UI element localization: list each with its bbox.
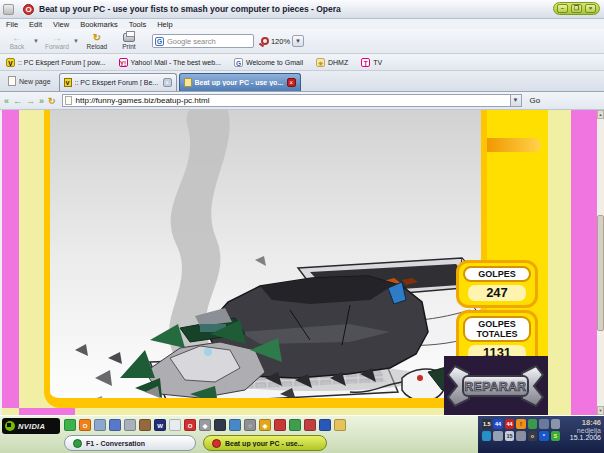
opera-quick-icon[interactable]: O — [184, 419, 196, 431]
menu-help[interactable]: Help — [157, 20, 172, 29]
clock-day: nedjelja — [559, 427, 601, 434]
bookmark-tv[interactable]: T TV — [361, 58, 382, 67]
notepad-icon[interactable] — [169, 419, 181, 431]
nvidia-logo[interactable]: NVIDIA — [2, 418, 60, 434]
badge-15-icon[interactable]: 1.5 — [482, 419, 491, 429]
dhmz-favicon: ☀ — [316, 58, 325, 67]
red-ball-icon[interactable] — [274, 419, 286, 431]
green-tray-icon[interactable] — [528, 419, 537, 429]
messenger-icon[interactable] — [64, 419, 76, 431]
nvidia-label: NVIDIA — [18, 422, 45, 431]
forward-button[interactable]: → Forward — [42, 30, 72, 53]
bluetooth-tray-icon[interactable]: * — [539, 431, 548, 441]
tab-label: Beat up your PC - use yo... — [195, 79, 284, 86]
menu-edit[interactable]: Edit — [29, 20, 42, 29]
print-label: Print — [122, 43, 135, 50]
reload-button[interactable]: ↻ Reload — [82, 30, 112, 53]
taskbar-button-conversation[interactable]: F1 - Conversation — [64, 435, 196, 451]
minimize-button[interactable]: – — [557, 4, 568, 13]
game-illustration[interactable] — [50, 110, 481, 398]
tab-beat-up-your-pc[interactable]: Beat up your PC - use yo... × — [179, 73, 301, 91]
bookmark-label: Welcome to Gmail — [246, 59, 303, 66]
menu-tools[interactable]: Tools — [129, 20, 147, 29]
bookmark-yahoo-mail[interactable]: Y! Yahoo! Mail - The best web... — [119, 58, 221, 67]
opera-icon — [212, 439, 221, 448]
tray-clock[interactable]: 18:46 nedjelja 15.1.2006 — [559, 418, 601, 441]
address-input[interactable]: http://funny-games.biz/beatup-pc.html ▼ — [62, 94, 522, 107]
reload-icon: ↻ — [93, 33, 101, 42]
bookmark-gmail[interactable]: G Welcome to Gmail — [234, 58, 303, 67]
rewind-icon[interactable]: « — [4, 96, 9, 106]
menu-bookmarks[interactable]: Bookmarks — [80, 20, 118, 29]
red-app-icon[interactable] — [304, 419, 316, 431]
document-blue-icon[interactable] — [109, 419, 121, 431]
sidebar-accent-band — [487, 138, 541, 152]
tools-diamond-icon[interactable]: ◆ — [259, 419, 271, 431]
pc-ekspert-favicon: V — [64, 78, 72, 87]
badge-44-red-icon[interactable]: 44 — [505, 419, 514, 429]
bookmark-label: DHMZ — [328, 59, 348, 66]
print-icon — [123, 33, 135, 42]
window-title: Beat up your PC - use your fists to smas… — [39, 4, 341, 14]
media-diamond-icon[interactable]: ◆ — [199, 419, 211, 431]
new-page-button[interactable]: New page — [4, 73, 55, 89]
calendar-tray-icon[interactable]: 15 — [505, 431, 514, 441]
address-bar: « ← → » ↻ http://funny-games.biz/beatup-… — [0, 92, 604, 110]
bookmark-pc-ekspert[interactable]: V :: PC Ekspert Forum [ pow... — [6, 58, 106, 67]
forward-nav-icon[interactable]: → — [26, 96, 35, 106]
photo-icon[interactable] — [229, 419, 241, 431]
restore-button[interactable]: ❐ — [571, 4, 582, 13]
menu-file[interactable]: File — [6, 20, 18, 29]
user-tray-icon[interactable] — [516, 431, 525, 441]
winamp-icon[interactable]: W — [154, 419, 166, 431]
address-dropdown-button[interactable]: ▼ — [510, 95, 521, 106]
google-icon: G — [155, 37, 164, 46]
zoom-value[interactable]: 120% — [271, 37, 290, 46]
scroll-down-button[interactable]: ▼ — [597, 406, 604, 415]
game-board[interactable] — [44, 110, 487, 408]
back-history-dropdown[interactable]: ▼ — [33, 38, 39, 44]
menu-view[interactable]: View — [53, 20, 69, 29]
display-icon[interactable] — [214, 419, 226, 431]
reload-nav-icon[interactable]: ↻ — [48, 96, 56, 106]
headset-tray-icon[interactable]: o — [528, 431, 537, 441]
go-button[interactable]: Go — [530, 96, 541, 105]
zoom-dropdown-button[interactable]: ▼ — [292, 35, 304, 47]
back-button[interactable]: ← Back — [2, 30, 32, 53]
taskbar-button-opera[interactable]: Beat up your PC - use... — [203, 435, 327, 451]
orange-app-icon[interactable]: O — [79, 419, 91, 431]
print-button[interactable]: Print — [114, 30, 144, 53]
app-window-icon[interactable] — [94, 419, 106, 431]
clock-date: 15.1.2006 — [559, 434, 601, 441]
green-utility-icon[interactable] — [289, 419, 301, 431]
score-panel: GOLPES 247 GOLPES TOTALES 1131 — [456, 260, 538, 370]
yahoo-favicon: Y! — [119, 58, 128, 67]
warning-tray-icon[interactable]: ! — [516, 419, 525, 429]
volume-tray-icon[interactable] — [493, 431, 502, 441]
archive-icon[interactable] — [139, 419, 151, 431]
taskbar: NVIDIA OWO◆○◆ F1 - Conversation Beat up … — [0, 415, 604, 453]
badge-44-blue-icon[interactable]: 44 — [493, 419, 502, 429]
scrollbar-thumb[interactable] — [597, 215, 604, 331]
bookmark-dhmz[interactable]: ☀ DHMZ — [316, 58, 348, 67]
tab-close-button[interactable]: × — [287, 78, 296, 87]
network-tray-icon[interactable] — [539, 419, 548, 429]
globe-icon[interactable] — [319, 419, 331, 431]
google-search-box[interactable]: G Google search — [152, 34, 254, 48]
cd-icon[interactable]: ○ — [244, 419, 256, 431]
page-scrollbar[interactable]: ▲ ▼ — [597, 110, 604, 415]
scroll-up-button[interactable]: ▲ — [597, 110, 604, 119]
reparar-button[interactable]: REPARAR — [447, 361, 544, 411]
fast-forward-icon[interactable]: » — [39, 96, 44, 106]
back-nav-icon[interactable]: ← — [13, 96, 22, 106]
page-icon — [65, 96, 72, 105]
messenger-tray-icon[interactable] — [482, 431, 491, 441]
forward-history-dropdown[interactable]: ▼ — [73, 38, 79, 44]
clock-time: 18:46 — [559, 418, 601, 427]
tab-pc-ekspert-forum[interactable]: V :: PC Ekspert Forum [ Be... × — [59, 73, 177, 91]
tab-close-button[interactable]: × — [163, 78, 172, 87]
document-grey-icon[interactable] — [124, 419, 136, 431]
menu-bar: File Edit View Bookmarks Tools Help — [0, 19, 604, 29]
folder-icon[interactable] — [334, 419, 346, 431]
close-button[interactable]: × — [585, 4, 596, 13]
